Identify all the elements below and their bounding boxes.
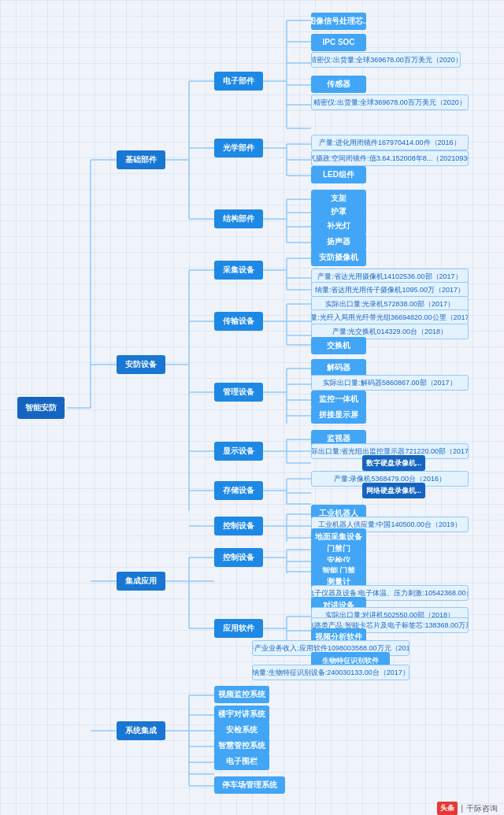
tree-container: 智能安防 基础部件 安防设备 集成应用 系统集成 电子部件 光学部件 结构部件 … [0, 6, 504, 815]
l3-jiexi[interactable]: 解码器 [311, 359, 366, 376]
l2-caiji[interactable]: 采集设备 [214, 261, 263, 280]
info-chuanshu2: 纳量:光纤入局用光纤带光组36694820.00公里（2017） [311, 309, 469, 325]
l3-yangsheng[interactable]: 扬声器 [311, 233, 366, 250]
root-node: 智能安防 [17, 397, 65, 419]
l3-chuanzhen[interactable]: 楼宇对讲系统 [214, 706, 269, 723]
l3-tuxiang[interactable]: 图像信号处理芯... [311, 13, 366, 30]
info-dianzi1: 精密仪:出货量:全球369678.00百万美元（2020） [311, 52, 461, 68]
page-wrapper: 智能安防 基础部件 安防设备 集成应用 系统集成 电子部件 光学部件 结构部件 … [0, 0, 504, 815]
l2-dianzi[interactable]: 电子部件 [214, 72, 263, 91]
watermark: 头条 | 千际咨询 [437, 802, 498, 815]
info-dianzi2: 精密仪:出货量:全球369678.00百万美元（2020） [311, 94, 469, 110]
l3-led[interactable]: LED组件 [311, 166, 366, 183]
l3-dianziwei[interactable]: 电子围栏 [214, 753, 269, 770]
info-shengwu: 纳量:生物特征识别设备:240030133.00台（2017） [252, 665, 410, 680]
info-caiji2: 纳量:省达用光用传子摄像机1095.00万（2017） [311, 282, 469, 298]
l3-menka-xitong[interactable]: 安检系统 [214, 721, 269, 739]
l3-pingmu[interactable]: 拼接显示屏 [311, 406, 366, 424]
info-guangxue2: 氧气摄政:空间闭镜件:值3.64.152008年8...（20210930） [311, 150, 469, 166]
l3-chuanganqi[interactable]: 传感器 [311, 76, 366, 93]
info-guangxue1: 产量:进化用闭镜件167970414.00件（2016） [311, 135, 469, 150]
l3-shipin-jiankong[interactable]: 视频监控系统 [214, 686, 269, 703]
l2-chuanshu[interactable]: 传输设备 [214, 312, 263, 331]
info-jiexi: 实际出口量:解码器5860867.00部（2017） [311, 375, 469, 391]
watermark-consultant: 千际咨询 [466, 803, 498, 814]
l1-anzhuang[interactable]: 安防设备 [117, 355, 165, 374]
l2-kongzhi-jicheng[interactable]: 控制设备 [214, 548, 263, 567]
watermark-divider: | [461, 804, 463, 813]
l3-ipc-soc[interactable]: IPC SOC [311, 34, 366, 51]
l1-xitong[interactable]: 系统集成 [117, 721, 165, 740]
l2-kongzhi-anzhuang[interactable]: 控制设备 [214, 517, 263, 535]
l1-jicheng[interactable]: 集成应用 [117, 572, 165, 591]
l3-anquan[interactable]: 安防摄像机 [311, 249, 366, 266]
l2-jiegou[interactable]: 结构部件 [214, 209, 263, 228]
l3-zhinengjiankong[interactable]: 智慧管控系统 [214, 737, 269, 754]
watermark-brand: 头条 [437, 802, 458, 815]
l3-buguang[interactable]: 补光灯 [311, 217, 366, 235]
l3-jiankong-yiti[interactable]: 监控一体机 [311, 391, 366, 408]
l2-guangxue[interactable]: 光学部件 [214, 139, 263, 157]
l3-shuzi-yingpan[interactable]: 数字硬盘录像机... [362, 455, 425, 471]
l2-yingyong[interactable]: 应用软件 [214, 619, 263, 638]
l3-wangluo-yingpan[interactable]: 网络硬盘录像机... [362, 483, 425, 498]
l3-tingche[interactable]: 停车场管理系统 [214, 776, 285, 794]
l2-xianshi[interactable]: 显示设备 [214, 442, 263, 461]
l2-guanli[interactable]: 管理设备 [214, 383, 263, 402]
l2-cunchu[interactable]: 存储设备 [214, 481, 263, 500]
l1-jichu[interactable]: 基础部件 [117, 150, 165, 169]
l3-jiaohuanji[interactable]: 交换机 [311, 337, 366, 354]
